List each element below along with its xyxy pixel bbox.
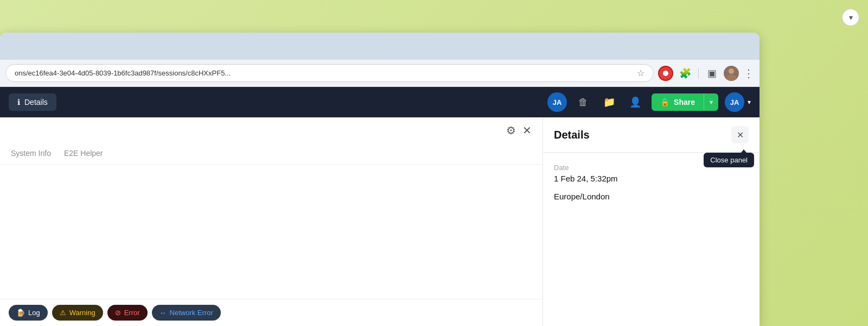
details-btn-label: Details bbox=[24, 98, 48, 106]
folder-icon-btn[interactable]: 📁 bbox=[599, 92, 619, 112]
tab-system-info[interactable]: System Info bbox=[11, 143, 51, 164]
network-icon: ↔ bbox=[159, 309, 167, 317]
top-right-chevron-button[interactable]: ▾ bbox=[842, 9, 859, 26]
lock-icon: 🔒 bbox=[660, 98, 669, 106]
close-panel-x-button[interactable]: ✕ bbox=[522, 124, 532, 137]
log-chip-label: Log bbox=[28, 309, 40, 317]
network-chip-label: Network Error bbox=[170, 309, 213, 317]
svg-point-0 bbox=[729, 68, 734, 74]
nav-avatar-ja[interactable]: JA bbox=[547, 92, 567, 112]
url-text: ons/ec16fea4-3e04-4d05-8039-1b6fc3ad987f… bbox=[15, 69, 633, 77]
log-icon: 🍺 bbox=[16, 309, 25, 317]
chrome-profile-avatar[interactable] bbox=[724, 66, 739, 81]
share-main-button[interactable]: 🔒 Share bbox=[652, 93, 704, 111]
app-navbar: ℹ Details JA 🗑 📁 👤 🔒 Share ▾ JA ▾ bbox=[0, 87, 760, 117]
address-bar[interactable]: ons/ec16fea4-3e04-4d05-8039-1b6fc3ad987f… bbox=[5, 64, 654, 82]
main-panel: ⚙ ✕ System Info E2E Helper 🍺 Log ⚠ Warni… bbox=[0, 117, 542, 326]
details-panel-header: Details ✕ Close panel bbox=[543, 117, 760, 153]
extensions-icon[interactable]: 🧩 bbox=[678, 66, 693, 81]
error-chip-label: Error bbox=[124, 309, 140, 317]
warning-chip-label: Warning bbox=[69, 309, 95, 317]
tabs-row: System Info E2E Helper bbox=[0, 143, 542, 165]
sidebar-icon[interactable]: ▣ bbox=[704, 66, 719, 81]
date-label: Date bbox=[554, 164, 749, 172]
ja-chevron-icon: ▾ bbox=[748, 98, 751, 106]
share-label: Share bbox=[674, 98, 695, 106]
close-panel-button[interactable]: ✕ bbox=[731, 126, 749, 143]
chrome-more-icon[interactable]: ⋮ bbox=[743, 67, 754, 80]
trash-icon-btn[interactable]: 🗑 bbox=[573, 92, 593, 112]
main-panel-toolbar: ⚙ ✕ bbox=[0, 117, 542, 143]
details-body: Date 1 Feb 24, 5:32pm Europe/London bbox=[543, 153, 760, 221]
error-icon: ⊘ bbox=[115, 309, 121, 317]
svg-point-1 bbox=[726, 74, 736, 81]
details-panel-title: Details bbox=[554, 129, 590, 141]
filter-chip-warning[interactable]: ⚠ Warning bbox=[52, 305, 103, 321]
filter-bar: 🍺 Log ⚠ Warning ⊘ Error ↔ Network Error bbox=[0, 299, 542, 326]
share-button-group: 🔒 Share ▾ bbox=[652, 93, 718, 111]
ja-dropdown[interactable]: JA ▾ bbox=[725, 92, 751, 112]
timezone-value: Europe/London bbox=[554, 192, 749, 201]
info-icon: ℹ bbox=[17, 98, 20, 106]
filter-chip-log[interactable]: 🍺 Log bbox=[9, 305, 48, 321]
share-dropdown-button[interactable]: ▾ bbox=[704, 94, 718, 110]
details-panel: Details ✕ Close panel Date 1 Feb 24, 5:3… bbox=[542, 117, 760, 326]
ja-avatar: JA bbox=[725, 92, 744, 112]
add-person-icon-btn[interactable]: 👤 bbox=[626, 92, 645, 112]
filter-chip-error[interactable]: ⊘ Error bbox=[107, 305, 148, 321]
record-button[interactable] bbox=[658, 66, 673, 81]
date-value: 1 Feb 24, 5:32pm bbox=[554, 174, 749, 183]
details-nav-button[interactable]: ℹ Details bbox=[9, 93, 56, 111]
filter-chip-network[interactable]: ↔ Network Error bbox=[152, 305, 221, 321]
gear-button[interactable]: ⚙ bbox=[506, 124, 516, 137]
tab-e2e-helper[interactable]: E2E Helper bbox=[64, 143, 103, 164]
warning-icon: ⚠ bbox=[60, 309, 66, 317]
bookmark-icon[interactable]: ☆ bbox=[637, 68, 644, 78]
